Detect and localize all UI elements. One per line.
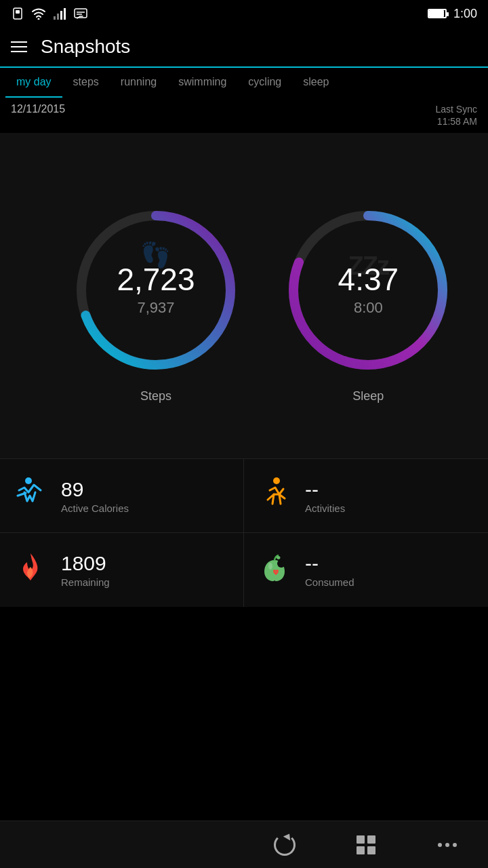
refresh-icon <box>274 834 296 856</box>
svg-rect-3 <box>54 16 56 20</box>
tab-bar: my day steps running swimming cycling sl… <box>0 68 488 98</box>
svg-point-14 <box>25 477 32 484</box>
sleep-circle-inner: 4:37 8:00 <box>338 264 399 317</box>
sleep-sub-value: 8:00 <box>338 299 399 317</box>
consumed-value: -- <box>305 552 354 575</box>
sleep-circle-container: ZZz 4:37 8:00 Sleep <box>280 202 456 403</box>
sync-time: 11:58 AM <box>436 115 477 127</box>
status-right: 1:00 <box>428 7 477 21</box>
grid-icon <box>357 835 375 854</box>
activities-info: -- Activities <box>305 478 345 514</box>
svg-point-18 <box>273 570 276 572</box>
active-calories-value: 89 <box>61 478 129 501</box>
tab-cycling[interactable]: cycling <box>237 68 292 98</box>
status-time: 1:00 <box>453 7 477 21</box>
app-header: Snapshots <box>0 27 488 68</box>
steps-sub-value: 7,937 <box>117 299 195 317</box>
svg-rect-4 <box>57 14 59 20</box>
signal-icon <box>53 7 66 20</box>
wifi-icon <box>31 7 46 20</box>
steps-circle-inner: 2,723 7,937 <box>117 264 195 317</box>
steps-circle: 👣 2,723 7,937 <box>68 202 244 378</box>
activities-label: Activities <box>305 502 345 514</box>
more-button[interactable] <box>407 821 488 869</box>
tab-my-day[interactable]: my day <box>5 68 62 98</box>
current-date: 12/11/2015 <box>11 103 65 115</box>
svg-point-19 <box>276 570 279 572</box>
tab-steps[interactable]: steps <box>62 68 110 98</box>
sync-label: Last Sync <box>436 103 477 115</box>
sleep-label: Sleep <box>352 389 384 403</box>
remaining-icon <box>14 550 47 591</box>
activities-icon <box>258 475 291 516</box>
stats-grid: 89 Active Calories -- Activities <box>0 458 488 607</box>
remaining-info: 1809 Remaining <box>61 552 110 588</box>
remaining-value: 1809 <box>61 552 110 575</box>
active-calories-icon <box>14 475 47 516</box>
tab-sleep[interactable]: sleep <box>292 68 340 98</box>
consumed-icon <box>258 550 291 591</box>
stat-activities[interactable]: -- Activities <box>244 459 488 533</box>
refresh-button[interactable] <box>244 821 325 869</box>
sync-info: Last Sync 11:58 AM <box>436 103 477 127</box>
app-title: Snapshots <box>41 36 130 58</box>
svg-rect-6 <box>64 8 66 20</box>
circles-area: 👣 2,723 7,937 Steps ZZz 4:37 8:00 Sleep <box>0 133 488 458</box>
grid-button[interactable] <box>325 821 407 869</box>
date-row: 12/11/2015 Last Sync 11:58 AM <box>0 98 488 133</box>
stat-consumed[interactable]: -- Consumed <box>244 533 488 607</box>
consumed-label: Consumed <box>305 576 354 588</box>
status-icons <box>11 7 88 20</box>
active-calories-label: Active Calories <box>61 502 129 514</box>
active-calories-info: 89 Active Calories <box>61 478 129 514</box>
consumed-info: -- Consumed <box>305 552 354 588</box>
steps-main-value: 2,723 <box>117 264 195 295</box>
svg-point-15 <box>273 477 280 484</box>
stat-active-calories[interactable]: 89 Active Calories <box>0 459 244 533</box>
svg-rect-5 <box>60 11 62 20</box>
stat-remaining[interactable]: 1809 Remaining <box>0 533 244 607</box>
steps-circle-container: 👣 2,723 7,937 Steps <box>68 202 244 403</box>
status-bar: 1:00 <box>0 0 488 27</box>
sleep-main-value: 4:37 <box>338 264 399 295</box>
sleep-circle: ZZz 4:37 8:00 <box>280 202 456 378</box>
bottom-nav <box>0 821 488 868</box>
svg-point-16 <box>268 563 272 570</box>
steps-label: Steps <box>140 389 171 403</box>
svg-rect-1 <box>16 10 20 14</box>
svg-point-2 <box>38 18 40 20</box>
tab-running[interactable]: running <box>110 68 167 98</box>
battery-icon <box>428 9 447 18</box>
hamburger-menu[interactable] <box>11 41 27 52</box>
remaining-label: Remaining <box>61 576 110 588</box>
tab-swimming[interactable]: swimming <box>167 68 237 98</box>
sim-icon <box>11 7 24 20</box>
svg-point-17 <box>277 559 285 568</box>
message-icon <box>73 7 88 20</box>
more-dots-icon <box>438 843 457 847</box>
activities-value: -- <box>305 478 345 501</box>
